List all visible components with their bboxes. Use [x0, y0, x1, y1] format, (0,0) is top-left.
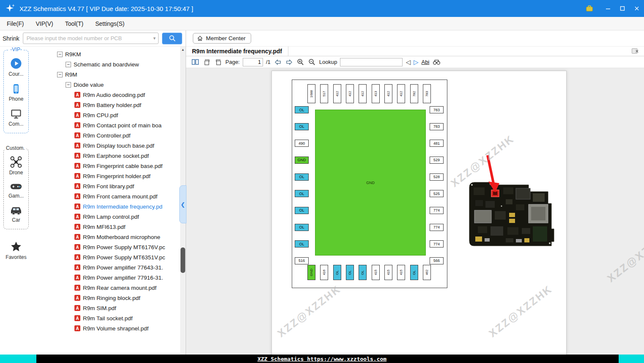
tree-item[interactable]: R9m Audio decoding.pdf: [32, 90, 186, 100]
tree-item[interactable]: Schematic and boardview: [32, 59, 186, 69]
tree-item-label: R9m Controller.pdf: [83, 132, 131, 139]
document-tab[interactable]: R9m Intermediate frequency.pdf: [186, 47, 288, 56]
sidebar-item-favorites[interactable]: Favorites: [5, 240, 26, 260]
sidebar-item-game[interactable]: Gam...: [8, 182, 24, 199]
maximize-button[interactable]: [615, 0, 630, 17]
tree-item[interactable]: R9m Fingerprint holder.pdf: [32, 171, 186, 181]
tree-item[interactable]: R9m Earphone socket.pdf: [32, 151, 186, 161]
sidebar-item-car[interactable]: Car: [9, 205, 23, 223]
tree-item[interactable]: R9M: [32, 69, 186, 80]
match-case-control[interactable]: Abi: [422, 59, 430, 65]
tree-item[interactable]: R9m Front camera mount.pdf: [32, 191, 186, 201]
tree-item[interactable]: R9KM: [32, 49, 186, 59]
minimize-button[interactable]: [601, 0, 615, 17]
tree-item-label: R9m Audio decoding.pdf: [83, 92, 145, 98]
tree-item[interactable]: R9m CPU.pdf: [32, 110, 186, 120]
tree-item[interactable]: R9m Power Supply MT6176V.pc: [32, 242, 186, 252]
vip-box-icon[interactable]: [582, 0, 597, 17]
tree-item[interactable]: R9m SIM.pdf: [32, 303, 186, 313]
diode-value-cell: 529: [430, 157, 444, 164]
collapse-panel-handle[interactable]: ❮: [179, 185, 186, 223]
tree-item[interactable]: R9m Battery holder.pdf: [32, 100, 186, 110]
search-button[interactable]: [162, 33, 182, 44]
sidebar-item-computer[interactable]: Com...: [8, 108, 23, 127]
member-center-label: Member Center: [206, 35, 246, 41]
sidebar-item-phone[interactable]: Phone: [9, 83, 24, 102]
diagram-right-column: 783 783 481 529 528 525: [430, 106, 444, 264]
menu-item[interactable]: File(F): [7, 20, 24, 27]
zoom-out-icon[interactable]: [308, 58, 316, 66]
diode-value-cell: 782: [410, 84, 418, 103]
tree-item[interactable]: R9m Controller.pdf: [32, 130, 186, 140]
scrollbar-thumb[interactable]: [181, 248, 185, 273]
tree-item[interactable]: R9m Intermediate frequency.pd: [32, 201, 186, 212]
menu-item[interactable]: Tool(T): [65, 20, 84, 27]
two-page-view-icon[interactable]: [191, 58, 200, 66]
binoculars-icon[interactable]: [432, 58, 441, 66]
tree-item[interactable]: R9m MFI613.pdf: [32, 222, 186, 232]
page-number-input[interactable]: [243, 58, 263, 66]
chevron-down-icon[interactable]: ▾: [152, 36, 156, 41]
tree-item[interactable]: R9m Fingerprint cable base.pdf: [32, 161, 186, 171]
tree-item[interactable]: R9m Ringing block.pdf: [32, 293, 186, 303]
diode-value-cell: 412: [333, 84, 341, 103]
model-search-input[interactable]: [27, 35, 153, 41]
scroll-up-arrow-icon[interactable]: ▲: [180, 47, 186, 52]
model-search-combobox[interactable]: ▾: [23, 33, 159, 44]
tree-item[interactable]: R9m Power amplifier 77916-31.: [32, 272, 186, 283]
expander-minus-icon[interactable]: [57, 72, 63, 77]
close-button[interactable]: [630, 0, 644, 17]
phone-icon: [10, 83, 22, 95]
next-page-icon[interactable]: [285, 58, 293, 66]
vip-group: -VIP- Cour... Phone: [3, 50, 29, 133]
tree-item[interactable]: R9m Motherboard microphone: [32, 232, 186, 242]
tree-item-label: R9m Power Supply MT6351V.pc: [83, 254, 165, 261]
lookup-input[interactable]: [340, 58, 403, 66]
tree-item[interactable]: R9m Power amplifier 77643-31.: [32, 262, 186, 272]
tree-item[interactable]: R9m Display touch base.pdf: [32, 140, 186, 151]
shrink-button[interactable]: Shrink: [3, 35, 19, 42]
custom-group: Custom. Drone Gam...: [3, 148, 29, 229]
find-next-icon[interactable]: ▷: [414, 59, 419, 65]
tree-item[interactable]: R9m Power Supply MT6351V.pc: [32, 252, 186, 262]
menu-item[interactable]: VIP(V): [36, 20, 53, 27]
tree-item-label: R9m Tail socket.pdf: [83, 315, 133, 322]
document-tab-title: R9m Intermediate frequency.pdf: [192, 48, 282, 55]
vip-sidebar: -VIP- Cour... Phone: [0, 47, 32, 355]
tree-item[interactable]: R9m Contact point of main boa: [32, 120, 186, 130]
custom-group-label: Custom.: [5, 145, 26, 151]
expander-minus-icon[interactable]: [66, 62, 71, 67]
expander-minus-icon[interactable]: [66, 82, 71, 88]
file-type-icon: [74, 264, 80, 270]
sidebar-item-drone[interactable]: Drone: [9, 156, 23, 176]
tree-item-label: R9m Fingerprint cable base.pdf: [83, 163, 162, 169]
zoom-in-icon[interactable]: [296, 58, 305, 66]
sidebar-item-course[interactable]: Cour...: [8, 57, 23, 77]
tree-item[interactable]: R9m Tail socket.pdf: [32, 313, 186, 323]
previous-page-icon[interactable]: [274, 58, 282, 66]
diode-value-cell: OL: [295, 207, 309, 214]
tree-item[interactable]: R9m Lamp control.pdf: [32, 212, 186, 222]
app-window: XZZ Schematics V4.77 [ VIP Due date: 202…: [0, 0, 644, 363]
car-icon: [9, 205, 23, 216]
gnd-chip: GND: [315, 110, 426, 256]
member-center-button[interactable]: Member Center: [193, 33, 251, 44]
tree-item[interactable]: R9m Font library.pdf: [32, 181, 186, 191]
tree-item[interactable]: Diode value: [32, 80, 186, 90]
sidebar-item-label: Car: [12, 217, 20, 223]
menu-item[interactable]: Settings(S): [95, 20, 124, 27]
file-type-icon: [74, 173, 80, 179]
expander-minus-icon[interactable]: [57, 52, 63, 57]
close-document-icon[interactable]: [630, 47, 640, 55]
rotate-left-icon[interactable]: [203, 58, 211, 66]
diode-value-cell: 415: [384, 265, 392, 280]
tree-item[interactable]: R9m Volume shrapnel.pdf: [32, 323, 186, 333]
find-previous-icon[interactable]: ◁: [406, 59, 411, 65]
tree-item-label: R9m Lamp control.pdf: [83, 214, 139, 220]
status-link[interactable]: XZZ Schematics https://www.xzztools.com: [0, 356, 644, 362]
pdf-viewport[interactable]: 1688 517 412 412 412 413: [186, 68, 644, 355]
tree-item-label: R9m Power amplifier 77916-31.: [83, 275, 163, 281]
tree-item[interactable]: R9m Rear camera mount.pdf: [32, 283, 186, 293]
rotate-right-icon[interactable]: [214, 58, 222, 66]
pdf-toolbar: Page: /1 Lookup ◁ ▷ Abi: [186, 56, 644, 68]
